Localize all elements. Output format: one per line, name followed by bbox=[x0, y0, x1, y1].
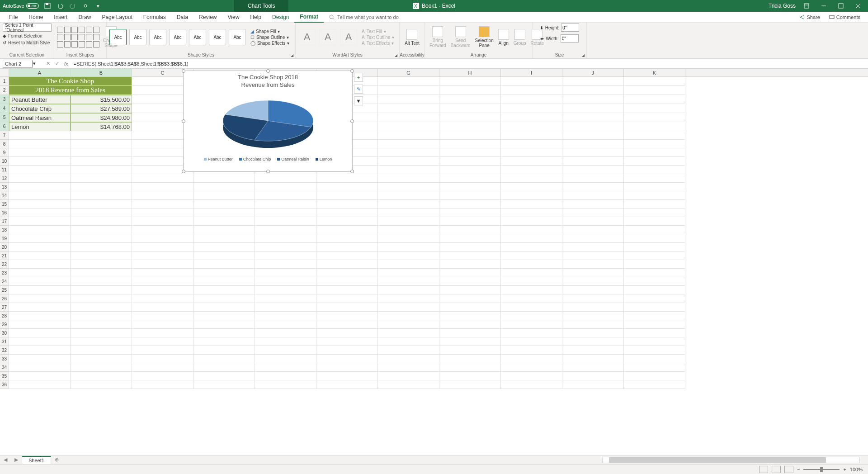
cell[interactable] bbox=[71, 380, 132, 389]
cell[interactable] bbox=[562, 329, 624, 337]
cell[interactable] bbox=[378, 363, 439, 372]
cell[interactable] bbox=[71, 217, 132, 226]
cell[interactable] bbox=[501, 183, 562, 191]
cell[interactable] bbox=[562, 243, 624, 251]
cell[interactable] bbox=[193, 312, 255, 320]
wordart-gallery[interactable]: A A A bbox=[298, 29, 357, 45]
cell[interactable] bbox=[439, 148, 501, 157]
row-header[interactable]: 33 bbox=[0, 355, 9, 363]
cell[interactable] bbox=[562, 140, 624, 148]
cell[interactable] bbox=[9, 148, 71, 157]
cell[interactable] bbox=[378, 269, 439, 277]
cell[interactable] bbox=[501, 174, 562, 183]
row-header[interactable]: 28 bbox=[0, 312, 9, 320]
cell[interactable] bbox=[501, 191, 562, 200]
cell[interactable] bbox=[71, 260, 132, 269]
row-header[interactable]: 5 bbox=[0, 113, 9, 122]
cell[interactable] bbox=[9, 217, 71, 226]
cell[interactable] bbox=[439, 200, 501, 209]
cell[interactable] bbox=[624, 226, 685, 234]
row-header[interactable]: 20 bbox=[0, 243, 9, 251]
row-header[interactable]: 9 bbox=[0, 148, 9, 157]
cell[interactable] bbox=[255, 277, 316, 286]
cell[interactable] bbox=[624, 312, 685, 320]
row-header[interactable]: 19 bbox=[0, 234, 9, 243]
chart-filters-button[interactable]: ▼ bbox=[354, 96, 363, 105]
cell[interactable] bbox=[71, 174, 132, 183]
row-header[interactable]: 2 bbox=[0, 86, 9, 95]
row-header[interactable]: 18 bbox=[0, 226, 9, 234]
cell[interactable] bbox=[624, 209, 685, 217]
cell[interactable] bbox=[71, 286, 132, 294]
cell[interactable] bbox=[562, 380, 624, 389]
chart-styles-button[interactable]: ✎ bbox=[354, 85, 363, 94]
cell[interactable] bbox=[316, 191, 378, 200]
cell[interactable] bbox=[439, 140, 501, 148]
cell[interactable] bbox=[9, 277, 71, 286]
cell[interactable] bbox=[378, 191, 439, 200]
cell[interactable] bbox=[439, 217, 501, 226]
cell[interactable] bbox=[193, 337, 255, 346]
cell[interactable] bbox=[624, 372, 685, 380]
cell[interactable] bbox=[501, 157, 562, 166]
cell[interactable] bbox=[562, 234, 624, 243]
cell[interactable] bbox=[132, 209, 193, 217]
cell[interactable] bbox=[255, 346, 316, 355]
cell[interactable] bbox=[378, 226, 439, 234]
page-break-view-button[interactable] bbox=[784, 466, 793, 473]
cell[interactable] bbox=[316, 312, 378, 320]
cell[interactable] bbox=[9, 363, 71, 372]
cell[interactable] bbox=[501, 320, 562, 329]
cell[interactable] bbox=[193, 174, 255, 183]
cell[interactable] bbox=[439, 337, 501, 346]
chart-object[interactable]: The Cookie Shop 2018 Revenue from Sales bbox=[183, 71, 353, 172]
cell[interactable] bbox=[71, 372, 132, 380]
cell[interactable] bbox=[316, 355, 378, 363]
cell[interactable] bbox=[132, 234, 193, 243]
cell[interactable] bbox=[624, 174, 685, 183]
cell[interactable] bbox=[562, 191, 624, 200]
cell[interactable] bbox=[562, 320, 624, 329]
cell[interactable] bbox=[132, 217, 193, 226]
cell[interactable] bbox=[316, 380, 378, 389]
cell[interactable] bbox=[501, 131, 562, 140]
cell[interactable] bbox=[624, 355, 685, 363]
cell[interactable] bbox=[9, 372, 71, 380]
height-input-row[interactable]: ⬍Height: bbox=[540, 24, 580, 32]
cell[interactable] bbox=[562, 226, 624, 234]
cell[interactable] bbox=[71, 148, 132, 157]
cell[interactable] bbox=[439, 243, 501, 251]
cell[interactable] bbox=[501, 260, 562, 269]
cell[interactable] bbox=[439, 174, 501, 183]
cell[interactable] bbox=[439, 131, 501, 140]
normal-view-button[interactable] bbox=[759, 466, 768, 473]
cell[interactable] bbox=[132, 191, 193, 200]
cell[interactable] bbox=[132, 337, 193, 346]
tab-format[interactable]: Format bbox=[294, 12, 324, 23]
cell[interactable] bbox=[562, 346, 624, 355]
cell[interactable] bbox=[501, 269, 562, 277]
cell[interactable] bbox=[439, 277, 501, 286]
cell[interactable] bbox=[624, 346, 685, 355]
cell[interactable] bbox=[193, 303, 255, 312]
cell[interactable] bbox=[562, 312, 624, 320]
cell[interactable] bbox=[439, 209, 501, 217]
chart-element-selector[interactable]: Series 1 Point "Oatmeal bbox=[3, 24, 52, 32]
cell[interactable] bbox=[255, 372, 316, 380]
alt-text-button[interactable]: Alt Text bbox=[403, 29, 421, 46]
cell[interactable] bbox=[316, 337, 378, 346]
cell[interactable] bbox=[132, 312, 193, 320]
cell[interactable] bbox=[255, 260, 316, 269]
cell[interactable] bbox=[501, 243, 562, 251]
cell[interactable] bbox=[132, 363, 193, 372]
format-selection-button[interactable]: ◆Format Selection bbox=[3, 33, 42, 38]
cell[interactable] bbox=[439, 191, 501, 200]
cell[interactable] bbox=[562, 131, 624, 140]
row-header[interactable]: 23 bbox=[0, 269, 9, 277]
cell[interactable] bbox=[9, 294, 71, 303]
cell[interactable] bbox=[316, 329, 378, 337]
cell[interactable] bbox=[562, 303, 624, 312]
shape-effects-button[interactable]: ◯Shape Effects ▾ bbox=[250, 41, 289, 46]
cell[interactable] bbox=[562, 355, 624, 363]
cell[interactable] bbox=[624, 260, 685, 269]
